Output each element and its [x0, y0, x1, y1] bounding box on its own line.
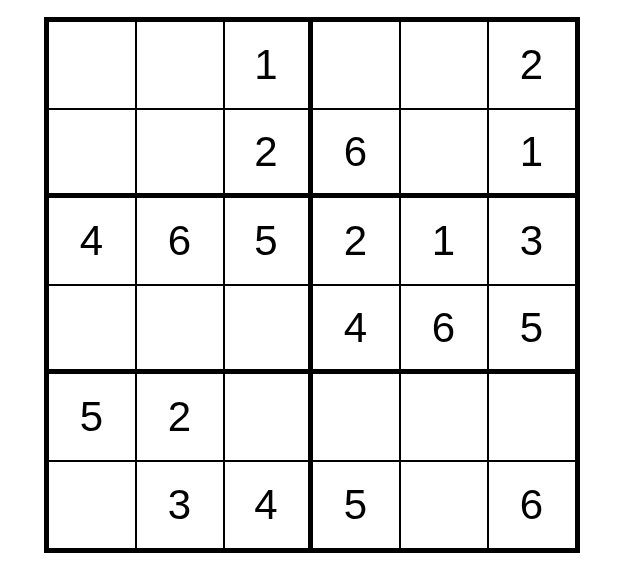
cell-r4-c0[interactable]: 5	[48, 373, 136, 461]
cell-r0-c4[interactable]	[400, 21, 488, 109]
cell-r2-c0[interactable]: 4	[48, 197, 136, 285]
cell-r3-c5[interactable]: 5	[488, 285, 576, 373]
cell-r2-c3[interactable]: 2	[312, 197, 400, 285]
cell-r1-c2[interactable]: 2	[224, 109, 312, 197]
cell-r0-c0[interactable]	[48, 21, 136, 109]
cell-r2-c5[interactable]: 3	[488, 197, 576, 285]
cell-r3-c4[interactable]: 6	[400, 285, 488, 373]
sudoku-grid: 1 2 2 6 1 4 6 5 2 1 3 4 6 5 5 2 3 4 5 6	[44, 17, 580, 553]
cell-r4-c5[interactable]	[488, 373, 576, 461]
cell-r5-c1[interactable]: 3	[136, 461, 224, 549]
cell-r0-c3[interactable]	[312, 21, 400, 109]
cell-r2-c4[interactable]: 1	[400, 197, 488, 285]
cell-r4-c4[interactable]	[400, 373, 488, 461]
cell-r5-c2[interactable]: 4	[224, 461, 312, 549]
cell-r4-c1[interactable]: 2	[136, 373, 224, 461]
cell-r5-c0[interactable]	[48, 461, 136, 549]
cell-r1-c1[interactable]	[136, 109, 224, 197]
cell-r4-c3[interactable]	[312, 373, 400, 461]
cell-r3-c3[interactable]: 4	[312, 285, 400, 373]
cell-r2-c1[interactable]: 6	[136, 197, 224, 285]
cell-r1-c0[interactable]	[48, 109, 136, 197]
cell-r1-c4[interactable]	[400, 109, 488, 197]
cell-r5-c4[interactable]	[400, 461, 488, 549]
cell-r3-c2[interactable]	[224, 285, 312, 373]
cell-r1-c5[interactable]: 1	[488, 109, 576, 197]
cell-r3-c0[interactable]	[48, 285, 136, 373]
cell-r3-c1[interactable]	[136, 285, 224, 373]
cell-r2-c2[interactable]: 5	[224, 197, 312, 285]
cell-r5-c5[interactable]: 6	[488, 461, 576, 549]
cell-r0-c2[interactable]: 1	[224, 21, 312, 109]
cell-r0-c1[interactable]	[136, 21, 224, 109]
cell-r0-c5[interactable]: 2	[488, 21, 576, 109]
cell-r4-c2[interactable]	[224, 373, 312, 461]
cell-r5-c3[interactable]: 5	[312, 461, 400, 549]
cell-r1-c3[interactable]: 6	[312, 109, 400, 197]
